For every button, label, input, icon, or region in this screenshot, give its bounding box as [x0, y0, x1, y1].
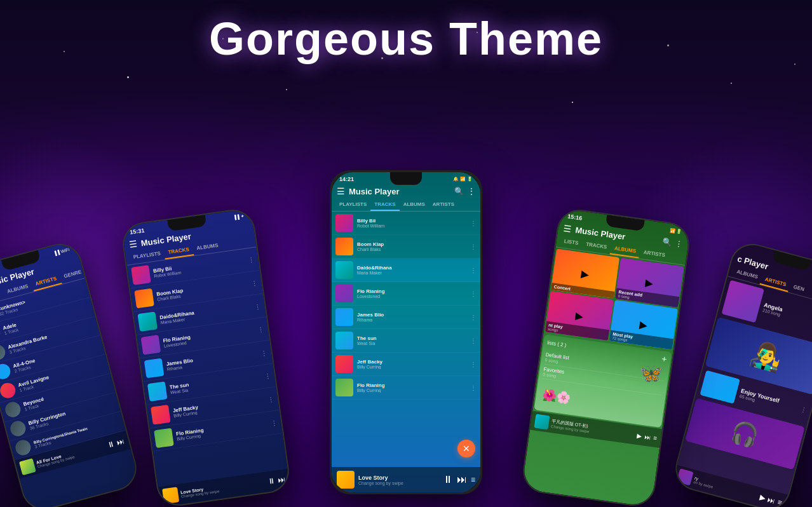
tab-tracks-c[interactable]: TRACKS	[370, 199, 399, 211]
thumb-flo2-c	[335, 379, 353, 396]
player-title-center: Love Story	[358, 475, 439, 481]
player-thumb-fr	[677, 468, 694, 485]
track-jeff-c[interactable]: Jeff Backy Billy Curring ⋮	[332, 353, 480, 376]
title-area: Gorgeous Theme	[0, 13, 812, 65]
artist-avatar-icon: 👨‍🎤	[747, 337, 785, 374]
play-icon-center[interactable]: ⏸	[443, 474, 453, 485]
more-sun-l2[interactable]: ⋮	[264, 372, 271, 380]
butterfly-decoration: 🦋	[637, 361, 664, 386]
more-icon-center[interactable]: ⋮	[468, 187, 475, 196]
more-james-c[interactable]: ⋮	[470, 314, 477, 321]
artist-boomklap-c: Charli Blaks	[357, 247, 466, 252]
track-flo-c[interactable]: Flo Rianing Lovestoned ⋮	[332, 282, 480, 306]
artist-daido-c: Maria Maker	[357, 271, 466, 275]
album-cell-concert[interactable]: Concert ▶	[551, 248, 619, 298]
track-sun-c[interactable]: The sun Weat Sia ⋮	[332, 329, 480, 353]
thumb-billybii-c	[335, 214, 353, 232]
artist-card-img-enjoy	[700, 370, 740, 404]
album-cell-ntplay[interactable]: nt play songs ▶	[545, 291, 614, 341]
track-boomklap-c[interactable]: Boom Klap Charli Blaks ⋮	[332, 235, 480, 259]
name-jeff-c: Jeff Backy	[357, 359, 466, 365]
queue-icon-center[interactable]: ≡	[471, 475, 475, 484]
track-billybii-c[interactable]: Billy Bii Robot William ⋮	[332, 212, 480, 235]
next-icon-r2[interactable]: ⏭	[644, 433, 651, 440]
album-grid-right2: Concert ▶ Recent add 0 song ▶ nt play so…	[543, 247, 685, 351]
more-flo2-l2[interactable]: ⋮	[271, 419, 278, 426]
play-overlay-concert[interactable]: ▶	[581, 267, 590, 280]
more-jeff-l2[interactable]: ⋮	[267, 395, 274, 403]
more-flo-c[interactable]: ⋮	[470, 290, 477, 297]
play-overlay-mostplay[interactable]: ▶	[639, 318, 649, 331]
player-thumb-l2	[162, 487, 179, 504]
add-playlist-button[interactable]: +	[661, 353, 667, 364]
fab-shuffle-button[interactable]: ✕	[457, 440, 475, 457]
play-icon-r2[interactable]: ▶	[637, 432, 642, 440]
thumb-boomklap-l2	[134, 288, 154, 309]
menu-icon-right2[interactable]: ☰	[563, 223, 572, 234]
next-icon-fl[interactable]: ⏭	[116, 436, 126, 447]
play-overlay-recent[interactable]: ▶	[645, 276, 654, 289]
more-daido-l2[interactable]: ⋮	[254, 302, 261, 310]
artist-thumb-all4one	[0, 362, 12, 381]
play-overlay-ntplay[interactable]: ▶	[575, 309, 585, 322]
queue-icon-fr[interactable]: ≡	[776, 497, 783, 507]
album-cell-mostplay[interactable]: Most play 72 songs ▶	[609, 300, 678, 349]
artist-thumb-billycshania	[14, 438, 32, 457]
info-jeff-c: Jeff Backy Billy Curring	[357, 359, 466, 369]
play-icon-l2[interactable]: ⏸	[267, 477, 276, 487]
name-boomklap-c: Boom Klap	[357, 241, 466, 247]
album-cell-recent[interactable]: Recent add 0 song ▶	[615, 258, 684, 308]
phone-left2: 15:31 ▐▐ ✦ ☰ Music Player PLAYLISTS TRAC…	[120, 207, 292, 507]
more-billybii-l2[interactable]: ⋮	[247, 255, 254, 263]
more-boomklap-c[interactable]: ⋮	[470, 243, 477, 250]
artist-thumb-billyc	[9, 419, 27, 438]
more-billybii-c[interactable]: ⋮	[470, 220, 477, 227]
menu-icon-left2[interactable]: ☰	[128, 238, 138, 250]
play-icon-fr[interactable]: ▶	[759, 493, 766, 503]
more-flo2-c[interactable]: ⋮	[470, 384, 477, 391]
more-icon-right2[interactable]: ⋮	[675, 239, 684, 249]
phone-far-right: 📶 🔋 c Player 🔍 ⋮ ALBUMS ARTISTS GEN Ange…	[670, 239, 812, 507]
thumb-flo-l2	[141, 335, 161, 355]
more-enjoy[interactable]: ⋮	[800, 405, 808, 414]
player-thumb-fl	[19, 458, 36, 475]
thumb-jeff-c	[335, 355, 353, 373]
tab-artists-c[interactable]: ARTISTS	[429, 199, 458, 211]
search-icon-center[interactable]: 🔍	[454, 187, 464, 196]
queue-icon-r2[interactable]: ≡	[653, 434, 658, 442]
next-icon-fr[interactable]: ⏭	[767, 495, 776, 506]
more-flo-l2[interactable]: ⋮	[257, 325, 264, 333]
info-flo-c: Flo Rianing Lovestoned	[357, 288, 466, 299]
track-flo2-c[interactable]: Flo Rianing Billy Curring ⋮	[332, 376, 480, 400]
more-boomklap-l2[interactable]: ⋮	[251, 279, 258, 287]
info-sun-c: The sun Weat Sia	[357, 335, 466, 346]
track-james-c[interactable]: James Blio Rihama ⋮	[332, 306, 480, 329]
search-icon-right2[interactable]: 🔍	[661, 238, 672, 248]
track-daido-c[interactable]: Daido&Rihana Maria Maker ⋮	[332, 259, 480, 282]
bottom-player-left2: Love Story Change song by swipe ⏸ ⏭	[158, 469, 290, 507]
status-icons-far-left: ▐▐ WiFi	[53, 247, 70, 255]
more-daido-c[interactable]: ⋮	[470, 267, 477, 274]
name-sun-c: The sun	[357, 335, 466, 341]
thumb-sun-c	[335, 332, 353, 349]
tab-albums-c[interactable]: ALBUMS	[400, 199, 429, 211]
play-icon-fl[interactable]: ⏸	[106, 439, 116, 450]
artist-thumb-adele	[0, 324, 2, 342]
more-james-l2[interactable]: ⋮	[261, 349, 267, 356]
next-icon-l2[interactable]: ⏭	[277, 475, 286, 485]
menu-icon-center[interactable]: ☰	[337, 186, 345, 196]
thumb-daido-l2	[137, 311, 158, 332]
phone-far-left-screen: 11:49 ▐▐ WiFi ☰ Music Player TRACKS ALBU…	[0, 240, 140, 507]
thumb-flo2-l2	[154, 428, 174, 449]
headphones-avatar-icon: 🎧	[728, 417, 762, 450]
info-boomklap-c: Boom Klap Charli Blaks	[357, 241, 466, 252]
time-center: 14:21	[339, 176, 354, 182]
next-icon-center[interactable]: ⏭	[457, 474, 467, 485]
tab-playlists-c[interactable]: PLAYLISTS	[335, 199, 370, 211]
more-jeff-c[interactable]: ⋮	[470, 361, 477, 368]
status-icons-left2: ▐▐ ✦	[233, 213, 245, 220]
thumb-daido-c	[335, 261, 353, 279]
more-sun-c[interactable]: ⋮	[470, 337, 477, 344]
phone-far-left: 11:49 ▐▐ WiFi ☰ Music Player TRACKS ALBU…	[0, 239, 142, 507]
artist-cards-section: Angela 210 song ⋮ 👨‍🎤 Enjoy Yourself 65	[684, 276, 812, 470]
